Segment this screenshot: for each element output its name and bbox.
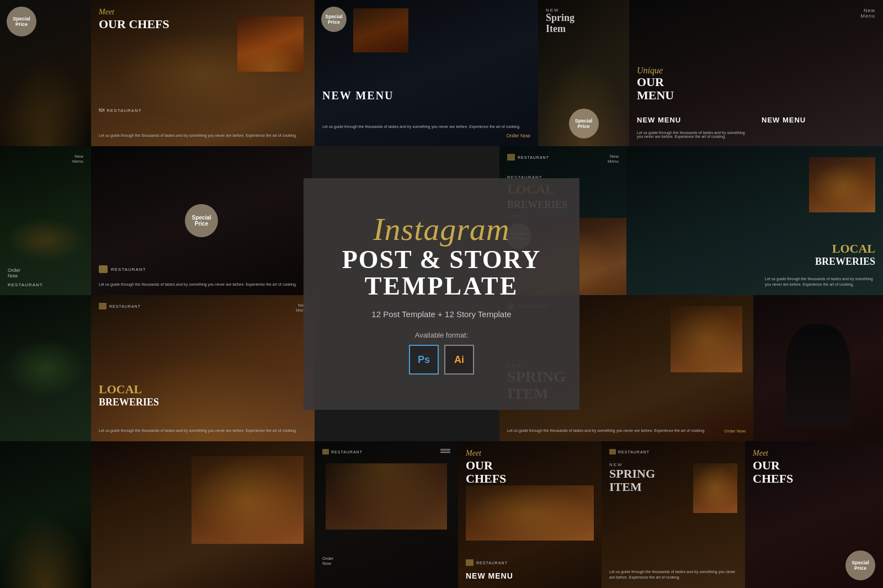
body-text: Let us guide through the thousands of ta… <box>99 282 304 287</box>
cell-r1c1: Special Price <box>0 0 91 146</box>
restaurant-label: RESTAURANT <box>476 561 508 565</box>
our-menu-title: OurMenu <box>637 76 674 102</box>
restaurant-label: RESTAURANT <box>331 450 363 454</box>
cell-r4c6: Meet OurChefs SpecialPrice <box>745 441 883 588</box>
new-menu-label1: NEW MENU <box>637 116 747 124</box>
cell-r4c2 <box>91 441 315 588</box>
cell-r4c1 <box>0 441 91 588</box>
breweries-label: Breweries <box>815 256 875 268</box>
cell-r3c5 <box>753 295 883 441</box>
special-price-badge: SpecialPrice <box>845 550 875 580</box>
meet-label: Meet <box>466 449 594 458</box>
instagram-title: Instagram <box>373 213 509 245</box>
our-chefs-title: OurChefs <box>753 459 875 485</box>
new-menu-sm: NewMenu <box>72 154 83 164</box>
body-text: Let us guide through the thousands of ta… <box>637 131 747 138</box>
restaurant-label: RESTAURANT <box>518 156 549 159</box>
template-title: TEMPLATE <box>365 273 519 300</box>
cell-r4c4: Meet OurChefs RESTAURANT NEW MENU <box>458 441 602 588</box>
order-now: OrderNow <box>8 268 20 279</box>
our-chefs-title: OurChefs <box>466 459 594 485</box>
meet-label: Meet <box>753 449 875 458</box>
subtitle-text: 12 Post Template + 12 Story Template <box>371 309 511 319</box>
cell-r1c3: SpecialPrice NEW MENU Let us guide throu… <box>315 0 538 146</box>
body-text: Let us guide through the thousands of ta… <box>609 569 737 580</box>
order-now: Order Now <box>506 133 530 138</box>
post-story-title: POST & STORY <box>342 247 541 273</box>
cell-r1c2: Meet Our Chefs 🍽 RESTAURANT Let us guide… <box>91 0 315 146</box>
restaurant-label: 🍽 RESTAURANT <box>99 107 142 113</box>
local-label: LOCAL <box>99 382 159 397</box>
body-text: Let us guide through the thousands of ta… <box>322 124 530 130</box>
special-price-badge: SpecialPrice <box>185 204 218 237</box>
cell-r2c2: SpecialPrice RESTAURANT Let us guide thr… <box>91 146 312 295</box>
order-now: Order Now <box>724 429 746 434</box>
cell-r1c4: NEW SpringItem SpecialPrice <box>538 0 629 146</box>
spring-title: SpringItem <box>546 13 621 35</box>
new-menu-label2: NEW MENU <box>762 116 828 124</box>
center-panel: Instagram POST & STORY TEMPLATE 12 Post … <box>304 178 579 410</box>
new-menu-footer: NEW MENU <box>466 571 594 580</box>
body-text: Let us guide through the thousands of ta… <box>99 428 307 434</box>
cell-r3c2: RESTAURANT NewMenu LOCAL Breweries Let u… <box>91 295 315 441</box>
ps-badge: Ps <box>409 345 439 375</box>
special-price-badge: SpecialPrice <box>321 7 347 32</box>
unique-label: Unique <box>637 66 674 76</box>
format-label: Available format: <box>415 331 469 339</box>
cell-r1c5: NewMenu Unique OurMenu NEW MENU Let us g… <box>629 0 883 146</box>
special-price-badge: Special Price <box>7 7 36 36</box>
restaurant-label: RESTAURANT <box>111 267 146 272</box>
ai-badge: Ai <box>444 345 474 375</box>
new-menu-sm: NewMenu <box>860 8 875 19</box>
cell-r4c5: RESTAURANT NEW SpringItem Let us guide t… <box>602 441 745 588</box>
body-text: Let us guide through the thousands of ta… <box>99 133 297 138</box>
cell-r3c1 <box>0 295 91 441</box>
cell-r2c1: NewMenu OrderNow RESTAURANT <box>0 146 91 295</box>
restaurant-label: RESTAURANT <box>109 304 141 308</box>
restaurant-label-sm: RESTAURANT <box>8 282 43 287</box>
new-menu-label: NEW MENU <box>322 89 530 102</box>
body-text: Let us guide through the thousands of ta… <box>765 276 875 287</box>
restaurant-label: RESTAURANT <box>618 450 650 454</box>
cell-subtitle: Meet <box>99 8 307 17</box>
body-text: Let us guide through the thousands of ta… <box>507 428 746 434</box>
cell-r2c5: LOCAL Breweries Let us guide through the… <box>626 146 883 295</box>
format-badges-container: Ps Ai <box>409 345 474 375</box>
breweries-label: Breweries <box>99 397 159 408</box>
cell-r4c3: RESTAURANT OrderNow <box>315 441 458 588</box>
new-menu-top: NewMenu <box>608 154 619 164</box>
local-label: LOCAL <box>815 242 875 256</box>
special-price-badge: SpecialPrice <box>569 109 599 138</box>
order-now: OrderNow <box>322 556 333 566</box>
